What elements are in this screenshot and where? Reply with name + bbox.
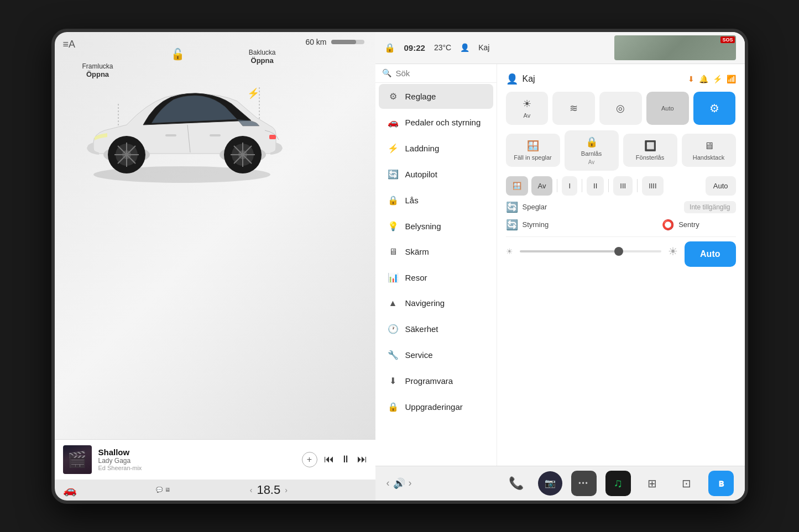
menu-item-sakerhet[interactable]: 🕐 Säkerhet xyxy=(379,317,493,341)
brightness-thumb[interactable] xyxy=(614,247,623,256)
menu-item-belysning[interactable]: 💡 Belysning xyxy=(379,214,493,239)
phone-button[interactable]: 📞 xyxy=(504,471,529,496)
time-display: 09:22 xyxy=(404,43,425,52)
fall-in-speglar-btn[interactable]: 🪟 Fäll in speglar xyxy=(506,134,560,167)
left-panel: 60 km ≡A Framlucka Öppna Ba xyxy=(55,32,375,501)
bluetooth-status-icon: ⚡ xyxy=(713,75,722,83)
svg-rect-20 xyxy=(269,135,276,139)
menu-item-service[interactable]: 🔧 Service xyxy=(379,343,493,367)
speed-bar-fill xyxy=(331,40,356,44)
wiper-auto-btn[interactable]: Auto xyxy=(706,176,736,196)
car-display-area: 60 km ≡A Framlucka Öppna Ba xyxy=(55,32,375,439)
music-artist: Lady Gaga xyxy=(98,457,295,465)
grid-button[interactable]: ⊡ xyxy=(674,471,699,496)
temp-left-arrow[interactable]: ‹ xyxy=(250,486,253,494)
dots-button[interactable]: ••• xyxy=(571,471,597,496)
menu-item-autopilot[interactable]: 🔄 Autopilot xyxy=(379,162,493,187)
light-controls-row: ☀ Av ≋ ◎ Auto ⚙ xyxy=(506,92,736,125)
music-prev-button[interactable]: ⏮ xyxy=(324,454,334,465)
signal-icon: 📶 xyxy=(727,75,736,83)
unavail-status: Inte tillgänglig xyxy=(684,201,735,213)
menu-item-pedaler[interactable]: 🚗 Pedaler och styrning xyxy=(379,110,493,135)
framlucka-label: Framlucka Öppna xyxy=(82,62,113,78)
speed-bar xyxy=(331,40,364,44)
auto-big-button[interactable]: Auto xyxy=(685,241,735,267)
steering-icon: 🔄 xyxy=(506,219,518,231)
barnlas-status: Av xyxy=(588,159,595,165)
resor-label: Resor xyxy=(405,273,427,282)
wiper-1-btn[interactable]: I xyxy=(562,176,577,196)
user-section: 👤 Kaj ⬇ 🔔 ⚡ 📶 xyxy=(506,71,736,92)
bluetooth-button[interactable]: ʙ xyxy=(708,471,734,496)
wiper-separator2 xyxy=(582,179,582,192)
wiper-off-btn[interactable]: Av xyxy=(531,176,553,196)
sos-badge: SOS xyxy=(720,36,734,43)
menu-item-uppgraderingar[interactable]: 🔒 Uppgraderingar xyxy=(379,394,493,419)
mirrors-row: 🔄 Speglar Inte tillgänglig xyxy=(506,201,736,213)
barnlas-icon: 🔒 xyxy=(586,136,598,148)
sun-icon: ☀ xyxy=(523,98,531,110)
music-next-button[interactable]: ⏭ xyxy=(357,454,367,465)
user-name-display: Kaj xyxy=(523,74,535,84)
screen-content: 60 km ≡A Framlucka Öppna Ba xyxy=(55,32,745,501)
user-icon-top: 👤 xyxy=(460,43,469,52)
taskbar-right-arrow[interactable]: › xyxy=(409,477,412,489)
light-mode2-icon: ≋ xyxy=(570,102,578,114)
speed-indicator: 60 km xyxy=(305,38,364,46)
music-controls: + ⏮ ⏸ ⏭ xyxy=(302,452,367,467)
light-auto-btn[interactable]: Auto xyxy=(646,92,689,125)
handsktack-label: Handsktack xyxy=(693,154,724,161)
left-menu: 🔍 ⚙ Reglage 🚗 Pedaler och styrning ⚡ Lad… xyxy=(375,64,497,466)
music-info: Shallow Lady Gaga Ed Sheeran-mix xyxy=(98,447,295,471)
steering-feature: 🔄 Styrning xyxy=(506,219,579,231)
mirrors-icon: 🔄 xyxy=(506,201,518,213)
programvara-label: Programvara xyxy=(405,376,453,386)
brightness-row: ☀ ☀ xyxy=(506,240,678,262)
taskbar-nav-left: ‹ 🔊 › xyxy=(387,477,412,489)
sentry-label: Sentry xyxy=(678,220,699,229)
light-off-btn[interactable]: ☀ Av xyxy=(506,92,549,125)
search-bar: 🔍 xyxy=(375,64,497,83)
windows-icon: ⊞ xyxy=(647,477,657,490)
top-bar: 🔒 09:22 23°C 👤 Kaj SOS xyxy=(375,32,745,64)
wiper-2-btn[interactable]: II xyxy=(587,176,604,196)
lock-icon: 🔓 xyxy=(171,48,185,61)
brightness-slider[interactable] xyxy=(520,250,662,252)
search-input[interactable] xyxy=(396,69,497,78)
spotify-button[interactable]: ♫ xyxy=(605,471,631,496)
car-mode-icons: 💬🖥 xyxy=(156,487,170,493)
windows-button[interactable]: ⊞ xyxy=(640,471,665,496)
navigering-label: Navigering xyxy=(405,298,445,308)
music-pause-button[interactable]: ⏸ xyxy=(341,454,351,465)
menu-item-reglage[interactable]: ⚙ Reglage xyxy=(379,84,493,109)
menu-item-resor[interactable]: 📊 Resor xyxy=(379,265,493,290)
menu-item-las[interactable]: 🔒 Lås xyxy=(379,188,493,213)
wiper-3-btn[interactable]: III xyxy=(613,176,633,196)
camera-icon: 📷 xyxy=(545,478,556,488)
handsktack-btn[interactable]: 🖥 Handsktack xyxy=(682,134,736,167)
wiper-off-label: Av xyxy=(538,182,546,190)
wiper-icon-btn[interactable]: 🪟 xyxy=(506,176,528,196)
fonsterlAs-btn[interactable]: 🔲 Fönsterlås xyxy=(623,134,677,167)
music-player: 🎬 Shallow Lady Gaga Ed Sheeran-mix + ⏮ ⏸… xyxy=(55,439,375,480)
barnlas-btn[interactable]: 🔒 Barnlås Av xyxy=(565,130,619,171)
menu-item-navigering[interactable]: ▲ Navigering xyxy=(379,291,493,315)
sentry-icon: ⭕ xyxy=(662,219,674,231)
menu-item-skarm[interactable]: 🖥 Skärm xyxy=(379,240,493,264)
camera-button[interactable]: 📷 xyxy=(538,471,562,496)
search-icon: 🔍 xyxy=(382,69,391,77)
menu-item-programvara[interactable]: ⬇ Programvara xyxy=(379,368,493,393)
temp-right-arrow[interactable]: › xyxy=(285,486,288,494)
light-active-btn[interactable]: ⚙ xyxy=(693,92,736,125)
grid-icon: ⊡ xyxy=(682,477,691,490)
menu-item-laddning[interactable]: ⚡ Laddning xyxy=(379,136,493,161)
user-avatar-icon: 👤 xyxy=(506,73,518,85)
music-add-button[interactable]: + xyxy=(302,452,317,467)
taskbar-left-arrow[interactable]: ‹ xyxy=(387,477,390,489)
user-name-top: Kaj xyxy=(478,43,489,52)
light-mode2-btn[interactable]: ≋ xyxy=(552,92,595,125)
wiper-4-btn[interactable]: IIII xyxy=(642,176,663,196)
extras-controls-row: 🪟 Fäll in speglar 🔒 Barnlås Av 🔲 Fönster… xyxy=(506,130,736,171)
light-mode3-btn[interactable]: ◎ xyxy=(599,92,642,125)
barnlas-label: Barnlås xyxy=(581,150,602,157)
